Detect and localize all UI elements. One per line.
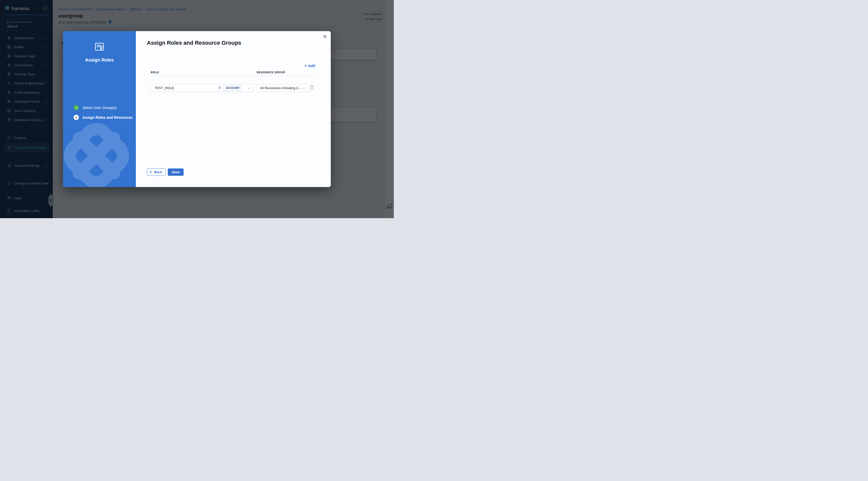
role-value: TEST_ROLE bbox=[154, 86, 174, 90]
modal-title: Assign Roles and Resource Groups bbox=[147, 40, 241, 46]
save-label: Save bbox=[172, 170, 180, 174]
step-number-badge: 2 bbox=[73, 115, 79, 120]
layers-icon bbox=[218, 86, 221, 90]
resource-group-column-header: RESOURCE GROUP bbox=[257, 71, 285, 74]
app-window: Account: AutomationNG › Organization: de… bbox=[0, 0, 394, 218]
modal-content: × Assign Roles and Resource Groups + Add… bbox=[136, 31, 331, 187]
assign-roles-modal: Assign Roles Select User Group(s) 2 Assi… bbox=[63, 31, 331, 187]
harness-watermark-icon bbox=[63, 109, 136, 187]
add-label: Add bbox=[308, 64, 315, 68]
plus-icon: + bbox=[304, 63, 307, 68]
step-label: Assign Roles and Resources bbox=[82, 116, 133, 120]
role-column-header: ROLE bbox=[151, 71, 159, 74]
back-button[interactable]: Back bbox=[147, 168, 165, 176]
role-select[interactable]: TEST_ROLE ACCOUNT bbox=[151, 84, 253, 92]
wizard-title: Assign Roles bbox=[63, 58, 136, 63]
resource-group-value: All Resources Including C... bbox=[260, 86, 303, 90]
check-circle-icon bbox=[73, 105, 79, 110]
id-card-icon bbox=[94, 41, 105, 53]
save-button[interactable]: Save bbox=[168, 168, 184, 176]
close-icon[interactable]: × bbox=[323, 33, 327, 40]
resource-group-select[interactable]: All Resources Including C... bbox=[257, 84, 308, 92]
wizard-step-select-user-groups[interactable]: Select User Group(s) bbox=[73, 105, 117, 110]
wizard-panel: Assign Roles Select User Group(s) 2 Assi… bbox=[63, 31, 136, 187]
table-header-divider bbox=[151, 75, 316, 76]
delete-row-icon[interactable] bbox=[310, 85, 314, 91]
add-button[interactable]: + Add bbox=[304, 63, 315, 68]
scope-badge: ACCOUNT bbox=[223, 85, 242, 91]
chevron-down-icon bbox=[247, 86, 250, 89]
back-label: Back bbox=[154, 170, 162, 174]
chevron-left-icon bbox=[150, 170, 153, 174]
step-label: Select User Group(s) bbox=[82, 106, 117, 110]
modal-actions: Back Save bbox=[147, 168, 184, 176]
wizard-step-assign-roles[interactable]: 2 Assign Roles and Resources bbox=[73, 115, 133, 120]
chevron-down-icon bbox=[302, 86, 305, 89]
